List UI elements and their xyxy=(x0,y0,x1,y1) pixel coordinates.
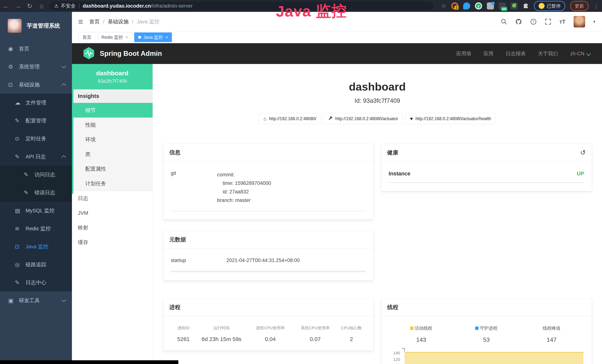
status-badge: UP xyxy=(577,171,584,177)
layers-icon: ≋ xyxy=(15,225,26,232)
health-url-link[interactable]: ♥ http://192.168.0.2:48080/actuator/heal… xyxy=(406,113,496,124)
eye-icon: ◎ xyxy=(15,261,26,268)
extensions-puzzle-icon[interactable] xyxy=(522,3,529,9)
sidebar-item-infra[interactable]: ⊡ 基础设施 xyxy=(0,76,72,94)
legend-blue-swatch xyxy=(475,327,479,330)
active-tab-dot xyxy=(138,36,141,39)
history-icon[interactable]: ↺ xyxy=(580,149,586,157)
chevron-up-icon xyxy=(61,83,66,87)
sidebar-item-home[interactable]: ◉ 首页 xyxy=(0,40,72,58)
breadcrumb-infra[interactable]: 基础设施 xyxy=(108,18,129,25)
collapse-sidebar-icon[interactable]: ≡ xyxy=(78,17,83,26)
sidebar-item-mysql[interactable]: ▤ MySQL 监控 xyxy=(0,202,72,220)
fullscreen-icon[interactable] xyxy=(545,19,551,25)
sba-nav-applications[interactable]: 应用 xyxy=(483,50,493,57)
brand-title: 芋道管理系统 xyxy=(27,22,60,30)
extension-pin-icon[interactable] xyxy=(463,2,470,10)
browser-home-icon[interactable]: ⌂ xyxy=(36,2,47,10)
avatar-caret-icon[interactable]: ▾ xyxy=(593,19,595,24)
bookmark-star-icon[interactable]: ☆ xyxy=(441,2,446,10)
extension-switch-icon[interactable]: on xyxy=(499,2,506,10)
menu-scheduled-tasks[interactable]: 计划任务 xyxy=(72,176,153,191)
update-button[interactable]: 更新 xyxy=(570,1,589,11)
tab-java-monitor[interactable]: Java 监控 × xyxy=(134,32,172,42)
menu-metrics[interactable]: 性能 xyxy=(72,118,153,132)
menu-caches[interactable]: 缓存 xyxy=(72,235,153,250)
extension-y-icon[interactable]: y xyxy=(475,2,482,10)
browser-reload-icon[interactable]: ↻ xyxy=(24,2,36,10)
font-size-icon[interactable]: тT xyxy=(559,19,566,25)
chevron-up-icon xyxy=(61,155,66,160)
sidebar-item-dev-tools[interactable]: ▣ 研发工具 xyxy=(0,291,72,310)
sidebar-item-redis[interactable]: ≋ Redis 监控 xyxy=(0,220,72,237)
metric-label: 进程ID xyxy=(171,325,196,331)
menu-configprops[interactable]: 配置属性 xyxy=(72,161,153,176)
sba-nav-journal[interactable]: 日志报表 xyxy=(505,50,526,57)
monitor-icon: ⊡ xyxy=(15,243,26,250)
extension-leaf-icon[interactable] xyxy=(511,2,518,10)
sidebar-item-file[interactable]: ☁ 文件管理 xyxy=(0,94,72,112)
extension-orange-icon[interactable]: 1 xyxy=(451,2,458,10)
menu-jvm[interactable]: JVM xyxy=(72,206,153,220)
sidebar-item-java-monitor[interactable]: ⊡ Java 监控 xyxy=(0,237,72,256)
metric-label: CPU核心数 xyxy=(337,325,366,331)
sidebar-item-api-log[interactable]: ✎ API 日志 xyxy=(0,148,72,166)
menu-logs[interactable]: 日志 xyxy=(72,191,153,206)
menu-env[interactable]: 环境 xyxy=(72,132,153,147)
legend-value: 53 xyxy=(454,336,519,343)
brand[interactable]: 芋道管理系统 xyxy=(0,12,72,40)
sidebar-item-label: 日志中心 xyxy=(26,279,46,286)
browser-forward-icon[interactable]: → xyxy=(12,2,24,10)
tab-redis-monitor[interactable]: Redis 监控 × xyxy=(97,32,132,42)
sba-brand-title[interactable]: Spring Boot Admin xyxy=(100,50,162,57)
browser-menu-icon[interactable]: ⋮ xyxy=(593,3,599,9)
card-title-text: 元数据 xyxy=(169,236,186,244)
sidebar-item-system[interactable]: ⚙ 系统管理 xyxy=(0,58,72,76)
edit-icon: ✎ xyxy=(24,171,34,178)
health-card-title: 健康 ↺ xyxy=(381,144,592,162)
search-icon[interactable] xyxy=(501,19,507,25)
address-bar[interactable]: ⚠ 不安全 dashboard.yudao.iocoder.cn/infra/a… xyxy=(49,2,433,10)
extension-grid-icon[interactable] xyxy=(487,2,494,10)
sidebar-item-label: 文件管理 xyxy=(26,99,46,106)
threads-area-chart: 140 120 100 xyxy=(389,348,584,364)
menu-mappings[interactable]: 映射 xyxy=(72,220,153,235)
breadcrumb-current: Java 监控 xyxy=(137,18,160,25)
gear-icon: ⚙ xyxy=(8,64,19,70)
sidebar-item-tracing[interactable]: ◎ 链路追踪 xyxy=(0,256,72,274)
github-icon[interactable] xyxy=(515,18,522,25)
table-row[interactable]: Instance UP xyxy=(389,171,584,183)
breadcrumb-home[interactable]: 首页 xyxy=(89,18,100,25)
legend-value: 143 xyxy=(389,336,454,343)
sba-nav-wall[interactable]: 应用墙 xyxy=(456,50,471,57)
actuator-url-link[interactable]: http://192.168.0.2:48080/actuator xyxy=(324,113,403,124)
toolbox-icon: ▣ xyxy=(8,297,19,304)
instance-header[interactable]: dashboard 93a3fc7f7409 xyxy=(72,64,153,89)
sidebar-item-job[interactable]: ⊙ 定时任务 xyxy=(0,130,72,148)
sba-locale-select[interactable]: zh-CN xyxy=(570,51,590,57)
table-row: startup 2021-04-27T00:44:31.254+08:00 xyxy=(171,257,366,263)
sba-nav-about[interactable]: 关于我们 xyxy=(538,50,558,57)
close-icon[interactable]: × xyxy=(126,35,128,40)
sidebar-item-log-center[interactable]: ✎ 日志中心 xyxy=(0,274,72,291)
sidebar-item-config[interactable]: ✎ 配置管理 xyxy=(0,112,72,130)
menu-details[interactable]: 细节 xyxy=(72,103,153,118)
sidebar-item-access-log[interactable]: ✎ 访问日志 xyxy=(0,166,72,183)
help-icon[interactable]: ? xyxy=(530,18,537,25)
browser-back-icon[interactable]: ← xyxy=(0,2,12,10)
menu-classes[interactable]: 类 xyxy=(72,147,153,161)
tab-home[interactable]: 首页 xyxy=(79,32,95,42)
metadata-card-body: startup 2021-04-27T00:44:31.254+08:00 xyxy=(163,249,373,280)
close-icon[interactable]: × xyxy=(165,35,168,40)
legend-live-threads: 活动线程 143 xyxy=(389,325,454,343)
database-icon: ▤ xyxy=(15,207,26,214)
metric-label: 运行时间 xyxy=(196,325,247,331)
sidebar-item-error-log[interactable]: ✎ 错误日志 xyxy=(0,183,72,202)
user-avatar[interactable] xyxy=(574,16,585,27)
menu-insights[interactable]: Insights xyxy=(72,89,153,103)
paused-extension-pill[interactable]: 已暂停 xyxy=(534,1,565,11)
legend-label: 守护进程 xyxy=(480,325,497,331)
legend-peak-threads: 线程峰值 147 xyxy=(519,325,584,343)
service-url-link[interactable]: ⌂ http://192.168.0.2:48080/ xyxy=(259,113,321,124)
process-metrics: 进程ID 5261 运行时间 6d 23h 15m 59s 进程CPU使用率 0… xyxy=(171,325,366,342)
